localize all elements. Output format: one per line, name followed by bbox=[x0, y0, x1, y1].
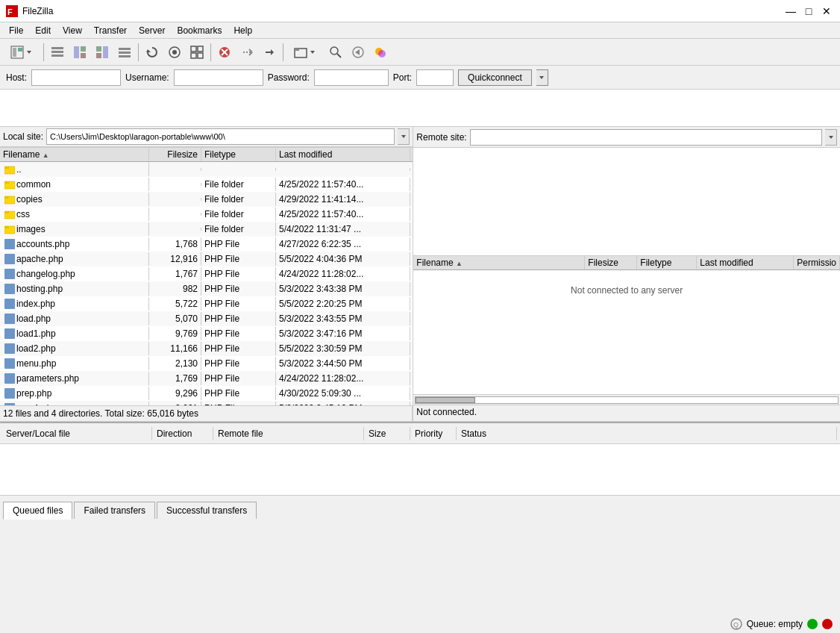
file-row-load1-php[interactable]: load1.php 9,769 PHP File 5/3/2022 3:47:1… bbox=[0, 326, 413, 341]
file-row-load2-php[interactable]: load2.php 11,166 PHP File 5/5/2022 3:30:… bbox=[0, 341, 413, 356]
cancel-button[interactable] bbox=[214, 42, 235, 63]
menu-view[interactable]: View bbox=[57, 22, 88, 38]
hscroll-thumb[interactable] bbox=[416, 397, 475, 403]
filename-col-header[interactable]: Filename ▲ bbox=[0, 148, 149, 161]
svg-rect-8 bbox=[51, 54, 63, 57]
back-button[interactable] bbox=[348, 42, 369, 63]
tab-failed-transfers[interactable]: Failed transfers bbox=[74, 502, 155, 519]
toolbar-separator-1 bbox=[43, 43, 44, 61]
remote-modified-col-header[interactable]: Last modified bbox=[697, 256, 794, 269]
menu-help[interactable]: Help bbox=[228, 22, 258, 38]
password-label: Password: bbox=[268, 72, 310, 83]
quickconnect-button[interactable]: Quickconnect bbox=[458, 69, 532, 86]
tab-queued-files[interactable]: Queued files bbox=[3, 502, 72, 520]
file-row-changelog-php[interactable]: changelog.php 1,767 PHP File 4/24/2022 1… bbox=[0, 266, 413, 281]
file-row-prep-php[interactable]: prep.php 9,296 PHP File 4/30/2022 5:09:3… bbox=[0, 386, 413, 401]
file-row-menu-php[interactable]: menu.php 2,130 PHP File 5/3/2022 3:44:50… bbox=[0, 356, 413, 371]
file-row-load-php[interactable]: load.php 5,070 PHP File 5/3/2022 3:43:55… bbox=[0, 311, 413, 326]
toggle-local-tree-button[interactable] bbox=[69, 42, 90, 63]
local-tree-icon bbox=[73, 46, 87, 59]
file-row-css[interactable]: css File folder 4/25/2022 11:57:40... bbox=[0, 207, 413, 222]
remote-perms-col-header[interactable]: Permissio bbox=[794, 256, 840, 269]
queue-empty-label: Queue: empty bbox=[747, 619, 803, 629]
minimize-button[interactable]: — bbox=[783, 4, 798, 19]
file-row-index-php[interactable]: index.php 5,722 PHP File 5/5/2022 2:20:2… bbox=[0, 296, 413, 311]
local-file-list[interactable]: Filename ▲ Filesize Filetype Last modifi… bbox=[0, 147, 413, 405]
svg-marker-42 bbox=[539, 76, 544, 79]
local-files-header: Filename ▲ Filesize Filetype Last modifi… bbox=[0, 148, 413, 162]
remote-tree-icon bbox=[95, 46, 109, 59]
reconnect-button[interactable] bbox=[259, 42, 280, 63]
svg-rect-47 bbox=[4, 181, 9, 184]
tab-successful-transfers[interactable]: Successful transfers bbox=[157, 502, 257, 519]
toolbar-separator-4 bbox=[283, 43, 283, 61]
svg-point-41 bbox=[378, 50, 386, 57]
svg-marker-54 bbox=[829, 136, 833, 139]
username-input[interactable] bbox=[174, 69, 263, 86]
toggle-transfer-queue-button[interactable] bbox=[114, 42, 135, 63]
remote-horizontal-scrollbar[interactable] bbox=[413, 394, 840, 405]
port-input[interactable] bbox=[416, 69, 454, 86]
file-row-copies[interactable]: copies File folder 4/29/2022 11:41:14... bbox=[0, 192, 413, 207]
svg-rect-9 bbox=[74, 46, 79, 58]
site-manager-button[interactable] bbox=[3, 42, 40, 63]
menu-bookmarks[interactable]: Bookmarks bbox=[171, 22, 228, 38]
parent-folder-icon bbox=[4, 164, 15, 175]
svg-rect-13 bbox=[96, 46, 101, 52]
toolbar bbox=[0, 39, 840, 66]
file-row-parent[interactable]: .. bbox=[0, 162, 413, 177]
svg-rect-24 bbox=[198, 53, 203, 58]
remote-filename-col-header[interactable]: Filename ▲ bbox=[413, 256, 585, 269]
modified-col-header[interactable]: Last modified bbox=[276, 148, 410, 161]
remote-file-list[interactable]: Not connected to any server bbox=[413, 270, 840, 394]
password-input[interactable] bbox=[314, 69, 389, 86]
filter-button[interactable] bbox=[164, 42, 185, 63]
find-files-button[interactable] bbox=[370, 42, 391, 63]
close-button[interactable]: ✕ bbox=[819, 4, 834, 19]
disconnect-button[interactable] bbox=[236, 42, 257, 63]
svg-rect-51 bbox=[4, 211, 9, 213]
username-label: Username: bbox=[125, 72, 169, 83]
file-row-hosting-php[interactable]: hosting.php 982 PHP File 5/3/2022 3:43:3… bbox=[0, 281, 413, 296]
svg-marker-18 bbox=[146, 49, 151, 52]
toggle-message-log-button[interactable] bbox=[47, 42, 68, 63]
maximize-button[interactable]: □ bbox=[801, 4, 816, 19]
svg-rect-15 bbox=[119, 48, 131, 50]
remote-filetype-col-header[interactable]: Filetype bbox=[637, 256, 697, 269]
filetype-col-header[interactable]: Filetype bbox=[201, 148, 276, 161]
open-tab-icon bbox=[294, 46, 307, 59]
sync-button[interactable] bbox=[187, 42, 207, 63]
menu-transfer[interactable]: Transfer bbox=[88, 22, 133, 38]
window-controls: — □ ✕ bbox=[783, 4, 834, 19]
queue-tabs: Queued files Failed transfers Successful… bbox=[0, 495, 840, 519]
file-row-accounts-php[interactable]: accounts.php 1,768 PHP File 4/27/2022 6:… bbox=[0, 237, 413, 252]
open-new-tab-button[interactable] bbox=[286, 42, 324, 63]
local-site-path-input[interactable] bbox=[46, 128, 395, 145]
hscroll-track[interactable] bbox=[415, 396, 839, 404]
menu-edit[interactable]: Edit bbox=[29, 22, 57, 38]
remote-filesize-col-header[interactable]: Filesize bbox=[585, 256, 637, 269]
remote-site-path-input[interactable] bbox=[470, 129, 822, 146]
quickconnect-dropdown[interactable] bbox=[536, 69, 548, 86]
menu-server[interactable]: Server bbox=[133, 22, 171, 38]
file-row-apache-php[interactable]: apache.php 12,916 PHP File 5/5/2022 4:04… bbox=[0, 252, 413, 266]
php-file-icon bbox=[4, 358, 15, 369]
local-site-dropdown[interactable] bbox=[398, 128, 410, 145]
file-row-images[interactable]: images File folder 5/4/2022 11:31:47 ... bbox=[0, 222, 413, 237]
toggle-remote-tree-button[interactable] bbox=[92, 42, 113, 63]
menu-file[interactable]: File bbox=[3, 22, 29, 38]
filesize-col-header[interactable]: Filesize bbox=[149, 148, 201, 161]
refresh-button[interactable] bbox=[142, 42, 163, 63]
svg-rect-45 bbox=[4, 166, 9, 169]
svg-text:Q: Q bbox=[733, 621, 739, 629]
svg-point-20 bbox=[172, 50, 177, 54]
titlebar-left: F FileZilla bbox=[6, 5, 53, 17]
search-button[interactable] bbox=[325, 42, 346, 63]
file-row-common[interactable]: common File folder 4/25/2022 11:57:40... bbox=[0, 177, 413, 192]
quickconnect-bar: Host: Username: Password: Port: Quickcon… bbox=[0, 66, 840, 90]
tab-dropdown-icon bbox=[309, 49, 316, 56]
remote-site-dropdown[interactable] bbox=[825, 129, 837, 146]
host-input[interactable] bbox=[31, 69, 121, 86]
remote-directory-tree[interactable] bbox=[413, 148, 840, 256]
file-row-parameters-php[interactable]: parameters.php 1,769 PHP File 4/24/2022 … bbox=[0, 371, 413, 386]
